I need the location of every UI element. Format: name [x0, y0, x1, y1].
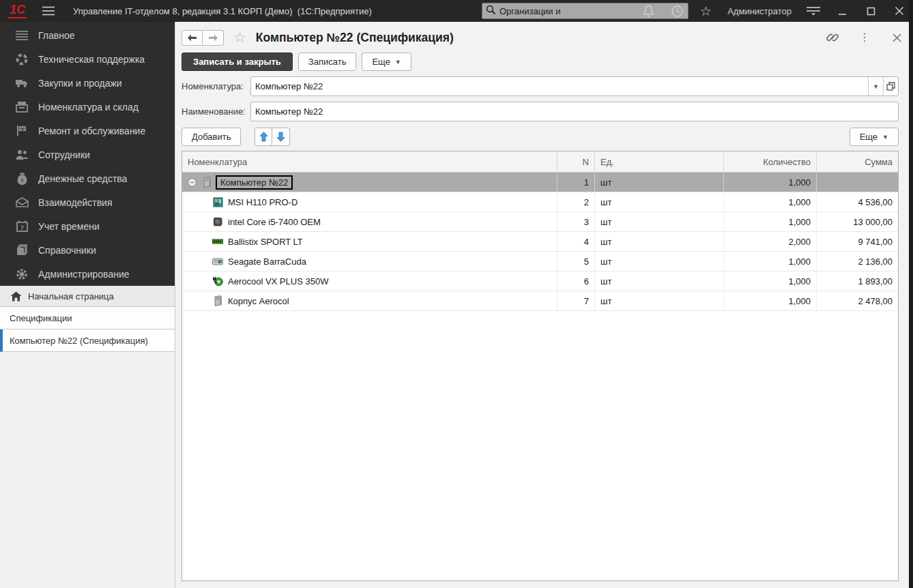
sidebar-item-warehouse[interactable]: Номенклатура и склад	[0, 95, 175, 119]
name-input[interactable]	[251, 102, 898, 121]
open-windows-tabs: Начальная страницаСпецификацииКомпьютер …	[0, 286, 175, 352]
tab-label: Спецификации	[10, 313, 72, 323]
sidebar-item-employees[interactable]: Сотрудники	[0, 143, 175, 166]
form-window: ☆ Компьютер №22 (Спецификация) ⋮ Записат…	[175, 22, 913, 588]
more-button-top[interactable]: Еще▼	[362, 53, 411, 71]
tab-active-window[interactable]: Компьютер №22 (Спецификация)	[0, 329, 175, 352]
warehouse-icon	[15, 100, 29, 114]
table-row[interactable]: Ballistix SPORT LT 4 шт 2,000 9 741,00	[182, 232, 898, 252]
svg-text:7: 7	[20, 224, 23, 231]
notifications-bell-icon[interactable]	[641, 4, 655, 18]
cell-unit: шт	[595, 212, 724, 231]
sidebar-item-label: Денежные средства	[38, 173, 127, 184]
item-name: Компьютер №22	[217, 177, 291, 188]
cell-unit: шт	[595, 271, 724, 291]
sidebar-item-menu-lines[interactable]: Главное	[0, 23, 175, 47]
name-label: Наименование:	[182, 106, 250, 117]
sidebar-item-gear[interactable]: Администрирование	[0, 262, 175, 286]
maximize-button[interactable]	[864, 4, 878, 18]
sidebar-item-truck[interactable]: Закупки и продажи	[0, 71, 175, 95]
1c-logo: 1С	[8, 3, 27, 18]
move-up-button[interactable]	[255, 128, 272, 146]
column-header-unit[interactable]: Ед.	[595, 151, 724, 172]
hdd-icon	[212, 256, 223, 267]
tab-home-page[interactable]: Начальная страница	[0, 286, 175, 307]
minimize-button[interactable]	[835, 4, 849, 18]
menu-lines-icon	[15, 29, 29, 42]
cell-qty: 1,000	[724, 291, 817, 310]
tab-label: Начальная страница	[28, 291, 114, 302]
tab-window[interactable]: Спецификации	[0, 307, 175, 329]
sidebar-item-repair[interactable]: Ремонт и обслуживание	[0, 119, 175, 143]
cell-sum: 2 478,00	[817, 291, 898, 310]
sidebar-item-label: Закупки и продажи	[38, 78, 122, 89]
nomenclature-dropdown-icon[interactable]: ▼	[868, 77, 883, 95]
close-form-button[interactable]	[890, 31, 903, 44]
tab-label: Компьютер №22 (Спецификация)	[10, 336, 148, 346]
sidebar-item-money[interactable]: sДенежные средства	[0, 166, 175, 190]
save-button[interactable]: Записать	[298, 53, 357, 71]
cell-sum: 1 893,00	[817, 271, 898, 291]
favorites-star-icon[interactable]: ☆	[699, 4, 712, 18]
table-empty-area	[182, 311, 898, 580]
app-title: Управление IT-отделом 8, редакция 3.1 КО…	[73, 6, 372, 16]
table-row[interactable]: intel Core i5-7400 OEM 3 шт 1,000 13 000…	[182, 212, 898, 232]
column-header-qty[interactable]: Количество	[724, 151, 817, 172]
add-row-button[interactable]: Добавить	[182, 128, 241, 146]
more-actions-icon[interactable]: ⋮	[858, 31, 871, 44]
forward-button[interactable]	[203, 30, 224, 46]
main-menu-icon[interactable]	[42, 4, 55, 18]
close-window-button[interactable]	[893, 4, 906, 18]
table-header[interactable]: Номенклатура N Ед. Количество Сумма	[182, 151, 898, 173]
table-row[interactable]: MSI H110 PRO-D 2 шт 1,000 4 536,00	[182, 192, 898, 212]
nomenclature-input[interactable]	[251, 77, 868, 95]
sidebar-item-support[interactable]: Техническая поддержка	[0, 47, 175, 71]
sidebar-item-label: Сотрудники	[38, 149, 90, 160]
sidebar-item-books[interactable]: Справочники	[0, 238, 175, 262]
add-to-favorites-star-icon[interactable]: ☆	[233, 29, 246, 46]
column-header-sum[interactable]: Сумма	[817, 151, 898, 172]
svg-text:s: s	[20, 177, 23, 183]
cell-n: 2	[557, 192, 595, 211]
item-name: Aerocool VX PLUS 350W	[228, 276, 328, 286]
table-row[interactable]: Корпус Aerocol 7 шт 1,000 2 478,00	[182, 291, 898, 311]
nomenclature-field[interactable]: ▼	[250, 76, 899, 96]
cell-sum: 13 000,00	[817, 212, 898, 231]
page-title: Компьютер №22 (Спецификация)	[256, 31, 454, 45]
service-menu-icon[interactable]	[807, 4, 820, 18]
name-field[interactable]	[250, 102, 899, 121]
item-name: Ballistix SPORT LT	[228, 237, 303, 247]
sidebar-item-label: Справочники	[38, 245, 96, 256]
collapse-expander-icon[interactable]: −	[188, 178, 197, 187]
cell-qty: 1,000	[724, 212, 817, 231]
table-row[interactable]: −Компьютер №22 1 шт 1,000	[182, 173, 898, 192]
cell-sum: 9 741,00	[817, 232, 898, 251]
cell-unit: шт	[595, 291, 724, 310]
cell-qty: 1,000	[724, 192, 817, 211]
nomenclature-open-icon[interactable]	[883, 77, 898, 95]
cell-qty: 1,000	[724, 173, 817, 192]
get-link-icon[interactable]	[826, 31, 839, 44]
save-and-close-button[interactable]: Записать и закрыть	[182, 53, 293, 71]
sidebar-item-mail[interactable]: Взаимодействия	[0, 190, 175, 214]
support-icon	[15, 53, 29, 66]
current-user[interactable]: Администратор	[727, 6, 792, 16]
back-button[interactable]	[182, 30, 203, 46]
search-icon	[486, 5, 496, 17]
column-header-n[interactable]: N	[557, 151, 595, 172]
sidebar-item-label: Техническая поддержка	[38, 54, 145, 65]
table-row[interactable]: Aerocool VX PLUS 350W 6 шт 1,000 1 893,0…	[182, 271, 898, 291]
table-row[interactable]: Seagate BarraCuda 5 шт 1,000 2 136,00	[182, 252, 898, 271]
item-name: Seagate BarraCuda	[228, 256, 306, 267]
more-button-table[interactable]: Еще▼	[850, 128, 899, 146]
sidebar-sections: ГлавноеТехническая поддержкаЗакупки и пр…	[0, 22, 175, 286]
cell-n: 7	[557, 291, 595, 310]
history-icon[interactable]	[670, 4, 684, 18]
cell-n: 5	[557, 252, 595, 271]
specification-table: Номенклатура N Ед. Количество Сумма −Ком…	[182, 151, 899, 581]
repair-icon	[15, 124, 29, 138]
nomenclature-label: Номенклатура:	[182, 81, 250, 91]
move-down-button[interactable]	[272, 128, 290, 146]
sidebar-item-calendar[interactable]: 7Учет времени	[0, 214, 175, 238]
column-header-nomenclature[interactable]: Номенклатура	[182, 151, 557, 172]
